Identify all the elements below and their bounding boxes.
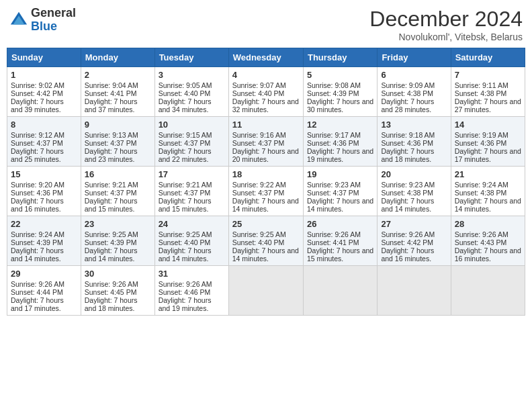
day-number: 13 xyxy=(381,120,447,130)
daylight: Daylight: 7 hours and 14 minutes. xyxy=(455,197,521,213)
daylight: Daylight: 7 hours and 14 minutes. xyxy=(232,246,299,263)
sunset: Sunset: 4:38 PM xyxy=(455,89,507,97)
sunrise: Sunrise: 9:19 AM xyxy=(455,131,508,139)
calendar-table: Sunday Monday Tuesday Wednesday Thursday… xyxy=(7,48,525,316)
sunrise: Sunrise: 9:26 AM xyxy=(455,230,508,238)
sunrise: Sunrise: 9:13 AM xyxy=(85,131,138,139)
daylight: Daylight: 7 hours and 23 minutes. xyxy=(85,147,138,163)
col-tuesday: Tuesday xyxy=(154,48,228,67)
calendar-cell: 9Sunrise: 9:13 AMSunset: 4:37 PMDaylight… xyxy=(81,117,154,167)
calendar-week-4: 22Sunrise: 9:24 AMSunset: 4:39 PMDayligh… xyxy=(7,216,525,266)
sunrise: Sunrise: 9:02 AM xyxy=(11,81,64,89)
sunset: Sunset: 4:39 PM xyxy=(307,89,359,97)
sunrise: Sunrise: 9:21 AM xyxy=(159,181,212,189)
daylight: Daylight: 7 hours and 34 minutes. xyxy=(159,97,212,113)
sunrise: Sunrise: 9:25 AM xyxy=(85,230,138,238)
sunset: Sunset: 4:42 PM xyxy=(381,238,433,246)
sunrise: Sunrise: 9:05 AM xyxy=(159,81,212,89)
daylight: Daylight: 7 hours and 19 minutes. xyxy=(307,147,373,163)
location-subtitle: Novolukoml', Vitebsk, Belarus xyxy=(369,32,523,42)
daylight: Daylight: 7 hours and 14 minutes. xyxy=(159,246,212,263)
calendar-cell: 7Sunrise: 9:11 AMSunset: 4:38 PMDaylight… xyxy=(451,67,525,117)
day-number: 29 xyxy=(11,269,77,279)
day-number: 5 xyxy=(307,70,373,80)
day-number: 24 xyxy=(159,219,225,229)
daylight: Daylight: 7 hours and 15 minutes. xyxy=(307,246,373,263)
sunrise: Sunrise: 9:16 AM xyxy=(232,131,286,139)
calendar-cell xyxy=(378,266,451,316)
sunset: Sunset: 4:46 PM xyxy=(159,288,211,296)
daylight: Daylight: 7 hours and 30 minutes. xyxy=(307,97,373,113)
calendar-cell: 10Sunrise: 9:15 AMSunset: 4:37 PMDayligh… xyxy=(154,117,228,167)
sunset: Sunset: 4:41 PM xyxy=(85,89,137,97)
day-number: 19 xyxy=(307,169,373,179)
sunrise: Sunrise: 9:26 AM xyxy=(307,230,361,238)
sunset: Sunset: 4:38 PM xyxy=(455,189,507,197)
col-friday: Friday xyxy=(378,48,451,67)
calendar-cell: 13Sunrise: 9:18 AMSunset: 4:36 PMDayligh… xyxy=(378,117,451,167)
sunset: Sunset: 4:39 PM xyxy=(11,238,63,246)
sunrise: Sunrise: 9:26 AM xyxy=(85,280,138,288)
sunset: Sunset: 4:40 PM xyxy=(232,89,285,97)
daylight: Daylight: 7 hours and 37 minutes. xyxy=(85,97,138,113)
daylight: Daylight: 7 hours and 14 minutes. xyxy=(85,246,138,263)
calendar-cell xyxy=(451,266,525,316)
calendar-cell: 8Sunrise: 9:12 AMSunset: 4:37 PMDaylight… xyxy=(7,117,81,167)
calendar-cell: 1Sunrise: 9:02 AMSunset: 4:42 PMDaylight… xyxy=(7,67,81,117)
sunset: Sunset: 4:37 PM xyxy=(159,139,211,147)
calendar-cell: 4Sunrise: 9:07 AMSunset: 4:40 PMDaylight… xyxy=(228,67,303,117)
sunrise: Sunrise: 9:15 AM xyxy=(159,131,212,139)
header-row: Sunday Monday Tuesday Wednesday Thursday… xyxy=(7,48,525,67)
sunrise: Sunrise: 9:23 AM xyxy=(307,181,361,189)
sunset: Sunset: 4:39 PM xyxy=(85,238,137,246)
daylight: Daylight: 7 hours and 15 minutes. xyxy=(85,197,138,213)
day-number: 18 xyxy=(232,169,300,179)
daylight: Daylight: 7 hours and 14 minutes. xyxy=(381,197,434,213)
sunrise: Sunrise: 9:21 AM xyxy=(85,181,138,189)
sunrise: Sunrise: 9:11 AM xyxy=(455,81,508,89)
sunset: Sunset: 4:37 PM xyxy=(159,189,211,197)
day-number: 9 xyxy=(85,120,151,130)
daylight: Daylight: 7 hours and 16 minutes. xyxy=(381,246,434,263)
calendar-cell xyxy=(303,266,377,316)
day-number: 11 xyxy=(232,120,300,130)
daylight: Daylight: 7 hours and 18 minutes. xyxy=(85,296,138,312)
daylight: Daylight: 7 hours and 15 minutes. xyxy=(159,197,212,213)
title-block: December 2024 Novolukoml', Vitebsk, Bela… xyxy=(369,7,523,42)
day-number: 30 xyxy=(85,269,151,279)
col-wednesday: Wednesday xyxy=(228,48,303,67)
sunrise: Sunrise: 9:12 AM xyxy=(11,131,64,139)
day-number: 15 xyxy=(11,169,77,179)
daylight: Daylight: 7 hours and 14 minutes. xyxy=(307,197,373,213)
sunrise: Sunrise: 9:07 AM xyxy=(232,81,286,89)
calendar-cell: 27Sunrise: 9:26 AMSunset: 4:42 PMDayligh… xyxy=(378,216,451,266)
day-number: 10 xyxy=(159,120,225,130)
sunset: Sunset: 4:38 PM xyxy=(381,189,433,197)
calendar-cell: 24Sunrise: 9:25 AMSunset: 4:40 PMDayligh… xyxy=(154,216,228,266)
calendar-cell: 11Sunrise: 9:16 AMSunset: 4:37 PMDayligh… xyxy=(228,117,303,167)
logo-blue: Blue xyxy=(31,19,57,33)
day-number: 23 xyxy=(85,219,151,229)
sunrise: Sunrise: 9:08 AM xyxy=(307,81,361,89)
sunrise: Sunrise: 9:25 AM xyxy=(159,230,212,238)
sunset: Sunset: 4:42 PM xyxy=(11,89,63,97)
sunset: Sunset: 4:38 PM xyxy=(381,89,433,97)
calendar-cell: 3Sunrise: 9:05 AMSunset: 4:40 PMDaylight… xyxy=(154,67,228,117)
calendar-cell: 6Sunrise: 9:09 AMSunset: 4:38 PMDaylight… xyxy=(378,67,451,117)
calendar-cell: 26Sunrise: 9:26 AMSunset: 4:41 PMDayligh… xyxy=(303,216,377,266)
day-number: 3 xyxy=(159,70,225,80)
daylight: Daylight: 7 hours and 19 minutes. xyxy=(159,296,212,312)
day-number: 17 xyxy=(159,169,225,179)
calendar-week-3: 15Sunrise: 9:20 AMSunset: 4:36 PMDayligh… xyxy=(7,167,525,216)
sunset: Sunset: 4:37 PM xyxy=(232,139,285,147)
sunrise: Sunrise: 9:22 AM xyxy=(232,181,286,189)
sunrise: Sunrise: 9:26 AM xyxy=(11,280,64,288)
calendar-cell: 15Sunrise: 9:20 AMSunset: 4:36 PMDayligh… xyxy=(7,167,81,216)
day-number: 28 xyxy=(455,219,521,229)
calendar-cell: 23Sunrise: 9:25 AMSunset: 4:39 PMDayligh… xyxy=(81,216,154,266)
calendar-cell: 5Sunrise: 9:08 AMSunset: 4:39 PMDaylight… xyxy=(303,67,377,117)
day-number: 2 xyxy=(85,70,151,80)
sunrise: Sunrise: 9:24 AM xyxy=(11,230,64,238)
calendar-week-1: 1Sunrise: 9:02 AMSunset: 4:42 PMDaylight… xyxy=(7,67,525,117)
calendar-cell: 2Sunrise: 9:04 AMSunset: 4:41 PMDaylight… xyxy=(81,67,154,117)
